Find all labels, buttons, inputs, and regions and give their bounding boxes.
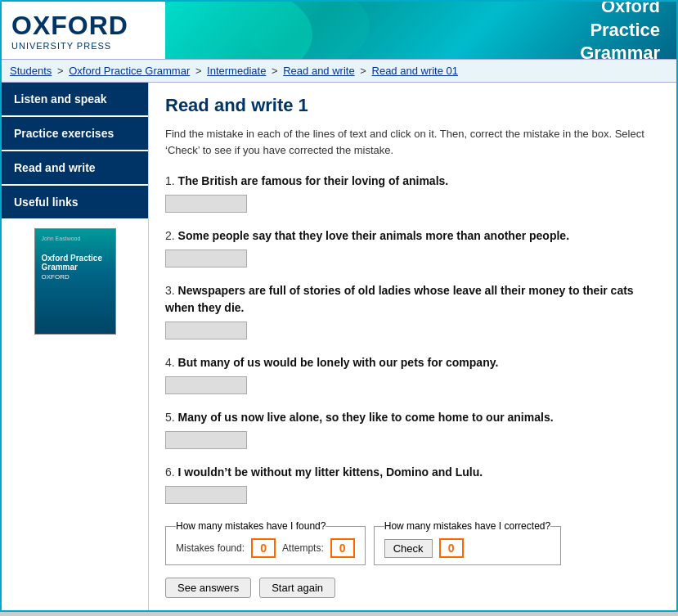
university-press: UNIVERSITY PRESS <box>11 41 111 51</box>
see-answers-button[interactable]: See answers <box>165 578 251 598</box>
instructions-text: Find the mistake in each of the lines of… <box>165 126 660 158</box>
content-area: Read and write 1 Find the mistake in eac… <box>149 83 676 610</box>
book-title: Oxford Practice Grammar <box>42 254 109 272</box>
exercise-1-sentence[interactable]: 1. The British are famous for their lovi… <box>165 173 660 190</box>
sidebar: Listen and speak Practice exercises Read… <box>2 83 149 610</box>
exercise-5: 5. Many of us now live alone, so they li… <box>165 409 660 449</box>
breadcrumb: Students > Oxford Practice Grammar > Int… <box>2 59 676 83</box>
exercise-4-sentence[interactable]: 4. But many of us would be lonely with o… <box>165 354 660 371</box>
mistakes-found-legend: How many mistakes have I found? <box>176 520 326 532</box>
exercise-2-input[interactable] <box>165 250 247 268</box>
exercise-3-text[interactable]: Newspapers are full of stories of old la… <box>165 284 634 314</box>
score-section: How many mistakes have I found? Mistakes… <box>165 520 660 565</box>
exercise-6-sentence[interactable]: 6. I wouldn’t be without my litter kitte… <box>165 464 660 481</box>
attempts-label: Attempts: <box>282 542 324 554</box>
book-cover: John Eastwood Oxford Practice Grammar OX… <box>34 228 116 335</box>
exercise-4-input[interactable] <box>165 376 247 394</box>
mistakes-found-value: 0 <box>251 538 276 558</box>
exercise-5-input[interactable] <box>165 431 247 449</box>
exercise-5-sentence[interactable]: 5. Many of us now live alone, so they li… <box>165 409 660 426</box>
exercise-4: 4. But many of us would be lonely with o… <box>165 354 660 394</box>
exercise-1-input[interactable] <box>165 195 247 213</box>
exercise-1: 1. The British are famous for their lovi… <box>165 173 660 213</box>
breadcrumb-read-write[interactable]: Read and write <box>283 65 354 77</box>
sidebar-item-read-write[interactable]: Read and write <box>2 151 148 186</box>
exercise-5-number: 5. <box>165 411 175 424</box>
sidebar-item-listen[interactable]: Listen and speak <box>2 83 148 117</box>
exercise-2-number: 2. <box>165 229 175 242</box>
main-layout: Listen and speak Practice exercises Read… <box>2 83 676 610</box>
breadcrumb-grammar[interactable]: Oxford Practice Grammar <box>69 65 190 77</box>
logo: OXFORD UNIVERSITY PRESS <box>2 2 165 59</box>
header: OXFORD UNIVERSITY PRESS OxfordPracticeGr… <box>2 2 676 59</box>
book-publisher: OXFORD <box>42 273 109 281</box>
exercise-3-sentence[interactable]: 3. Newspapers are full of stories of old… <box>165 282 660 317</box>
oxford-title: OXFORD <box>11 11 128 41</box>
sidebar-item-practice[interactable]: Practice exercises <box>2 117 148 151</box>
corrected-value: 0 <box>439 538 464 558</box>
banner-title: OxfordPracticeGrammar <box>580 2 660 59</box>
mistakes-corrected-legend: How many mistakes have I corrected? <box>384 520 550 532</box>
mistakes-found-row: Mistakes found: 0 Attempts: 0 <box>176 538 355 558</box>
exercise-4-text[interactable]: But many of us would be lonely with our … <box>178 356 499 369</box>
exercise-6: 6. I wouldn’t be without my litter kitte… <box>165 464 660 504</box>
start-again-button[interactable]: Start again <box>259 578 335 598</box>
exercise-2: 2. Some people say that they love their … <box>165 227 660 268</box>
page-title: Read and write 1 <box>165 95 660 116</box>
breadcrumb-read-write-01[interactable]: Read and write 01 <box>372 65 459 77</box>
breadcrumb-students[interactable]: Students <box>10 65 52 77</box>
exercise-6-text[interactable]: I wouldn’t be without my litter kittens,… <box>178 465 483 479</box>
mistakes-found-label: Mistakes found: <box>176 542 245 554</box>
header-banner: OxfordPracticeGrammar <box>165 2 676 59</box>
exercise-4-number: 4. <box>165 356 175 369</box>
exercise-2-text[interactable]: Some people say that they love their ani… <box>178 229 569 242</box>
bottom-buttons: See answers Start again <box>165 578 660 598</box>
exercise-6-number: 6. <box>165 465 175 479</box>
exercise-2-sentence[interactable]: 2. Some people say that they love their … <box>165 227 660 245</box>
book-author: John Eastwood <box>42 236 109 241</box>
breadcrumb-intermediate[interactable]: Intermediate <box>207 65 266 77</box>
corrected-row: Check 0 <box>384 538 550 558</box>
exercise-6-input[interactable] <box>165 486 247 504</box>
exercise-3-input[interactable] <box>165 321 247 339</box>
exercise-5-text[interactable]: Many of us now live alone, so they like … <box>178 411 554 424</box>
exercise-3-number: 3. <box>165 284 175 297</box>
exercise-1-text[interactable]: The British are famous for their loving … <box>178 174 449 187</box>
check-button[interactable]: Check <box>384 539 433 558</box>
exercise-3: 3. Newspapers are full of stories of old… <box>165 282 660 339</box>
sidebar-item-useful-links[interactable]: Useful links <box>2 186 148 220</box>
attempts-value: 0 <box>330 538 355 558</box>
exercise-1-number: 1. <box>165 174 175 187</box>
